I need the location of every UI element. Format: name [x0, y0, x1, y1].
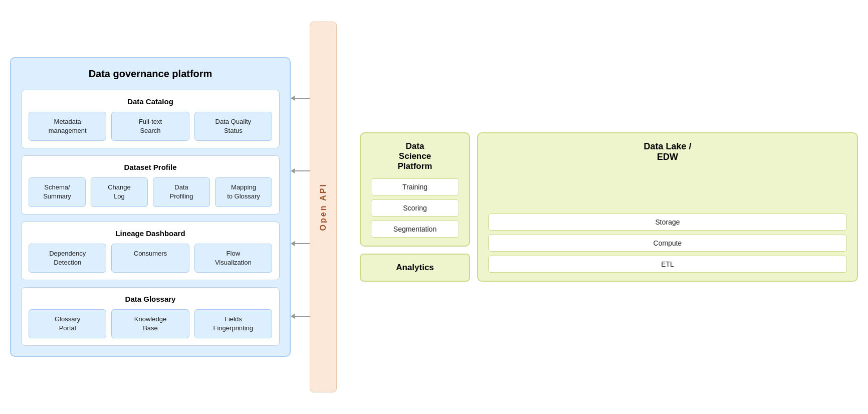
datalake-column: Data Lake /EDW Storage Compute ETL [477, 132, 858, 282]
item-change-log: ChangeLog [91, 177, 148, 206]
datalake-spacer [488, 169, 847, 214]
analytics-label: Analytics [396, 263, 434, 272]
item-fields-fingerprinting: FieldsFingerprinting [194, 309, 272, 338]
arrow-tip-4 [291, 314, 295, 319]
arrow-tip-1 [291, 96, 295, 101]
item-fulltext-search: Full-textSearch [111, 112, 189, 141]
arrow-line-1 [295, 98, 310, 99]
dataset-profile-items: Schema/Summary ChangeLog DataProfiling M… [29, 177, 272, 206]
item-glossary-portal: GlossaryPortal [29, 309, 106, 338]
data-catalog-section: Data Catalog Metadatamanagement Full-tex… [21, 90, 280, 148]
arrow-tip-2 [291, 168, 295, 173]
open-api-label: Open API [319, 183, 328, 231]
open-api-bar: Open API [310, 22, 337, 392]
datalake-title: Data Lake /EDW [488, 141, 847, 162]
right-area: DataSciencePlatform Training Scoring Seg… [356, 132, 858, 282]
item-flow-visualization: FlowVisualization [194, 244, 272, 273]
dataset-profile-section: Dataset Profile Schema/Summary ChangeLog… [21, 155, 280, 214]
ds-platform-title: DataSciencePlatform [371, 141, 459, 171]
gov-platform: Data governance platform Data Catalog Me… [10, 57, 291, 357]
arrow-line-2 [295, 170, 310, 171]
arrow-lake-to-gov [291, 314, 310, 319]
datalake-item-compute: Compute [488, 235, 847, 252]
arrow-ds-to-gov [291, 96, 310, 101]
ds-analytics-column: DataSciencePlatform Training Scoring Seg… [360, 132, 470, 282]
ds-item-training: Training [371, 178, 459, 195]
ds-item-segmentation: Segmentation [371, 221, 459, 238]
arrow-line-4 [295, 316, 310, 317]
arrow-profile-to-gov [291, 168, 310, 173]
left-arrows [291, 22, 310, 392]
data-glossary-title: Data Glossary [29, 295, 272, 303]
arrow-analytics-to-gov [291, 241, 310, 246]
data-glossary-items: GlossaryPortal KnowledgeBase FieldsFinge… [29, 309, 272, 338]
arrow-line-3 [295, 243, 310, 244]
ds-item-scoring: Scoring [371, 199, 459, 217]
datalake-items: Storage Compute ETL [488, 214, 847, 273]
data-science-platform: DataSciencePlatform Training Scoring Seg… [360, 132, 470, 247]
arrow-tip-3 [291, 241, 295, 246]
item-knowledge-base: KnowledgeBase [111, 309, 189, 338]
lineage-dashboard-title: Lineage Dashboard [29, 229, 272, 238]
item-data-profiling: DataProfiling [153, 177, 210, 206]
analytics-box: Analytics [360, 254, 470, 282]
item-metadata-management: Metadatamanagement [29, 112, 106, 141]
lineage-dashboard-section: Lineage Dashboard DependencyDetection Co… [21, 222, 280, 280]
item-schema-summary: Schema/Summary [29, 177, 86, 206]
datalake-item-etl: ETL [488, 256, 847, 273]
diagram-container: Data governance platform Data Catalog Me… [10, 22, 858, 392]
api-area: Open API [291, 22, 356, 392]
data-glossary-section: Data Glossary GlossaryPortal KnowledgeBa… [21, 287, 280, 346]
datalake-item-storage: Storage [488, 214, 847, 231]
item-dependency-detection: DependencyDetection [29, 244, 106, 273]
data-catalog-title: Data Catalog [29, 97, 272, 106]
gov-platform-title: Data governance platform [21, 68, 280, 80]
item-mapping-glossary: Mappingto Glossary [215, 177, 272, 206]
dataset-profile-title: Dataset Profile [29, 163, 272, 171]
lineage-dashboard-items: DependencyDetection Consumers FlowVisual… [29, 244, 272, 273]
data-catalog-items: Metadatamanagement Full-textSearch Data … [29, 112, 272, 141]
ds-platform-items: Training Scoring Segmentation [371, 178, 459, 238]
item-consumers: Consumers [111, 244, 189, 273]
item-data-quality-status: Data QualityStatus [194, 112, 272, 141]
